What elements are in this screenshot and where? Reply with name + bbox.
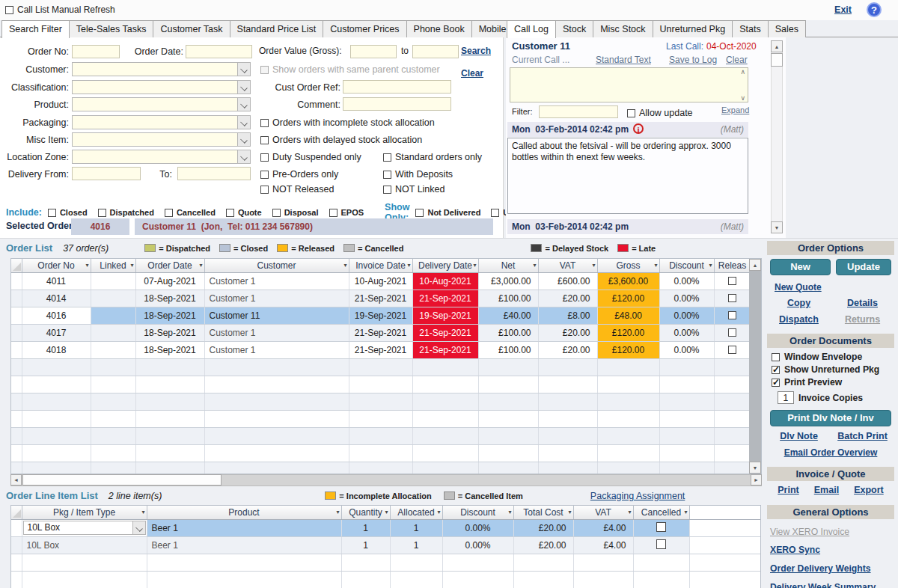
search-link[interactable]: Search: [461, 46, 491, 56]
scroll-up-icon[interactable]: ▲: [771, 40, 783, 52]
column-sort-icon[interactable]: ▾: [533, 262, 536, 269]
new-quote-link[interactable]: New Quote: [775, 282, 822, 293]
invoice-copies-input[interactable]: 1: [778, 391, 794, 404]
call-list-manual-refresh-checkbox[interactable]: [5, 6, 13, 14]
show-unreturned-checkbox[interactable]: [772, 366, 780, 374]
tab-misc-stock[interactable]: Misc Stock: [593, 20, 653, 37]
table-row[interactable]: 4018 18-Sep-2021 Customer 1 21-Sep-2021 …: [11, 341, 751, 358]
chevron-down-icon[interactable]: [237, 98, 250, 111]
scroll-left-icon[interactable]: ◄: [10, 474, 22, 486]
location-zone-dropdown[interactable]: [72, 150, 251, 164]
call-log-filter-input[interactable]: [539, 105, 618, 118]
line-item-row-selected[interactable]: 10L Box Beer 1 1 1 0.00% £20.00 £4.00: [11, 519, 760, 536]
row-selector[interactable]: [11, 324, 22, 341]
customer-dropdown[interactable]: [72, 62, 251, 76]
col-discount[interactable]: Discount▾: [442, 506, 513, 519]
include-dispatched-checkbox[interactable]: [98, 209, 106, 217]
print-dlv-note-button[interactable]: Print Dlv Note / Inv: [770, 410, 891, 426]
row-selector[interactable]: [11, 519, 22, 536]
col-total-cost[interactable]: Total Cost▾: [513, 506, 573, 519]
invoice-print-link[interactable]: Print: [778, 485, 798, 495]
released-checkbox[interactable]: [728, 328, 736, 337]
scroll-up-icon[interactable]: ∧: [740, 68, 745, 76]
include-closed-checkbox[interactable]: [48, 209, 56, 217]
duty-suspended-checkbox[interactable]: [260, 153, 269, 162]
delivery-week-summary-link[interactable]: Delivery Week Summary: [770, 582, 876, 588]
pre-orders-checkbox[interactable]: [260, 171, 269, 179]
tab-customer-prices[interactable]: Customer Prices: [323, 20, 406, 37]
column-sort-icon[interactable]: ▾: [343, 262, 346, 269]
table-row[interactable]: 4014 18-Sep-2021 Customer 1 21-Sep-2021 …: [11, 290, 751, 307]
column-sort-icon[interactable]: ▾: [130, 262, 133, 269]
tab-call-log[interactable]: Call Log: [507, 20, 556, 38]
column-sort-icon[interactable]: ▾: [654, 262, 657, 269]
help-icon[interactable]: ?: [867, 2, 882, 17]
window-envelope-checkbox[interactable]: [772, 353, 780, 361]
standard-text-link[interactable]: Standard Text: [596, 55, 651, 65]
dlv-note-link[interactable]: Dlv Note: [780, 431, 818, 441]
chevron-down-icon[interactable]: [237, 63, 250, 76]
call-log-entry-header[interactable]: Mon 03-Feb-2014 02:42 pm (Matt): [507, 219, 748, 234]
row-selector[interactable]: [11, 536, 22, 554]
col-customer[interactable]: Customer▾: [204, 259, 349, 272]
col-invoice-date[interactable]: Invoice Date▾: [349, 259, 412, 272]
col-order-date[interactable]: Order Date▾: [135, 259, 204, 272]
column-sort-icon[interactable]: ▾: [385, 509, 388, 515]
dispatch-link[interactable]: Dispatch: [779, 314, 819, 325]
col-vat[interactable]: VAT▾: [538, 259, 597, 272]
released-checkbox[interactable]: [728, 311, 736, 319]
col-allocated[interactable]: Allocated▾: [390, 506, 442, 519]
order-list-hscrollbar[interactable]: ◄ ►: [10, 474, 762, 486]
standard-orders-checkbox[interactable]: [383, 153, 391, 162]
column-sort-icon[interactable]: ▾: [592, 262, 595, 269]
include-cancelled-checkbox[interactable]: [165, 209, 173, 217]
pkg-type-dropdown[interactable]: 10L Box: [23, 521, 146, 535]
delayed-stock-checkbox[interactable]: [260, 136, 269, 144]
order-value-from-input[interactable]: [350, 45, 397, 58]
allow-update-checkbox[interactable]: [627, 109, 635, 117]
call-log-entry-header[interactable]: Mon 03-Feb-2014 02:42 pm i (Matt): [507, 122, 748, 137]
not-released-checkbox[interactable]: [260, 186, 269, 194]
tab-sales[interactable]: Sales: [768, 20, 806, 37]
order-date-input[interactable]: [186, 45, 252, 58]
column-sort-icon[interactable]: ▾: [407, 262, 410, 269]
cancelled-checkbox[interactable]: [656, 539, 666, 549]
column-sort-icon[interactable]: ▾: [568, 509, 571, 515]
cancelled-checkbox[interactable]: [656, 522, 666, 532]
call-log-scrollbar[interactable]: ▲ ▼: [771, 40, 783, 233]
print-preview-checkbox[interactable]: [772, 379, 780, 387]
tab-stock[interactable]: Stock: [555, 20, 593, 37]
released-checkbox[interactable]: [728, 346, 736, 354]
col-pkg-item-type[interactable]: Pkg / Item Type▾: [22, 506, 147, 519]
col-gross[interactable]: Gross▾: [597, 259, 659, 272]
product-dropdown[interactable]: [72, 97, 251, 111]
col-linked[interactable]: Linked▾: [91, 259, 135, 272]
scroll-down-icon[interactable]: ∨: [740, 94, 745, 102]
order-delivery-weights-link[interactable]: Order Delivery Weights: [770, 563, 871, 574]
col-delivery-date[interactable]: Delivery Date▾: [412, 259, 478, 272]
include-quote-checkbox[interactable]: [226, 209, 234, 217]
chevron-down-icon[interactable]: [237, 133, 250, 146]
tab-phone-book[interactable]: Phone Book: [406, 20, 472, 37]
column-sort-icon[interactable]: ▾: [437, 509, 440, 515]
tab-unreturned-pkg[interactable]: Unreturned Pkg: [653, 20, 733, 37]
chevron-down-icon[interactable]: [132, 521, 145, 534]
clear-link[interactable]: Clear: [461, 68, 483, 79]
incomplete-stock-checkbox[interactable]: [260, 119, 269, 127]
unpaid-checkbox[interactable]: [491, 209, 499, 217]
xero-sync-link[interactable]: XERO Sync: [770, 545, 820, 555]
released-checkbox[interactable]: [728, 294, 736, 302]
column-sort-icon[interactable]: ▾: [473, 262, 476, 269]
not-linked-checkbox[interactable]: [383, 186, 391, 194]
table-row-selected[interactable]: 4016 18-Sep-2021 Customer 11 19-Sep-2021…: [11, 307, 751, 324]
row-selector[interactable]: [11, 272, 22, 290]
same-parent-checkbox[interactable]: [260, 66, 269, 74]
scroll-up-icon[interactable]: ▲: [749, 259, 761, 271]
tab-standard-price-list[interactable]: Standard Price List: [230, 20, 324, 37]
expand-link[interactable]: Expand: [721, 105, 749, 114]
column-sort-icon[interactable]: ▾: [628, 509, 631, 515]
row-selector[interactable]: [11, 341, 22, 358]
include-epos-checkbox[interactable]: [329, 209, 337, 217]
col-product[interactable]: Product▾: [147, 506, 341, 519]
row-selector[interactable]: [11, 307, 22, 324]
